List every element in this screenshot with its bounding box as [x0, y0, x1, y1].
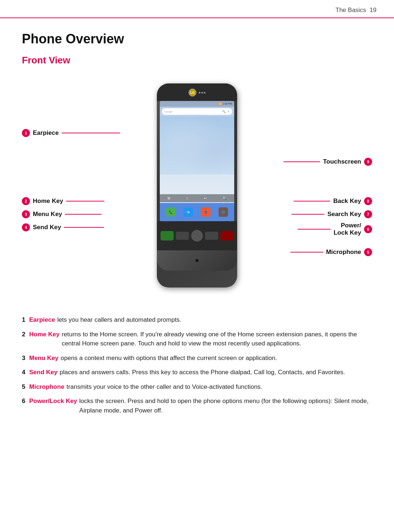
bullet-4: 4: [22, 223, 30, 231]
desc-text-3: opens a context menu with options that a…: [61, 353, 372, 363]
powerkey-label: Power/Lock Key: [333, 222, 361, 236]
desc-text-6: locks the screen. Press and hold to open…: [79, 396, 372, 415]
desc-num-1: 1: [22, 315, 28, 325]
desc-text-5: transmits your voice to the other caller…: [66, 382, 372, 392]
desc-num-2: 2: [22, 330, 28, 348]
phone-btn-call[interactable]: [161, 231, 174, 240]
phone-body: LG 📶 1:00 PM: [157, 83, 237, 287]
homekey-label: Home Key: [33, 197, 63, 205]
phone-image: LG 📶 1:00 PM: [157, 83, 237, 295]
sendkey-label: Send Key: [33, 224, 61, 231]
label-homekey: 2 Home Key: [22, 197, 104, 205]
line-6: [298, 229, 331, 230]
desc-key-3: Menu Key: [29, 353, 58, 363]
desc-num-3: 3: [22, 353, 28, 363]
phone-top-bar: LG: [157, 83, 237, 101]
line-7: [291, 214, 324, 215]
line-1: [62, 133, 120, 133]
bullet-1: 1: [22, 129, 30, 137]
desc-key-2: Home Key: [29, 330, 59, 348]
desc-num-4: 4: [22, 368, 28, 377]
desc-item-6: 6 Power/Lock Key locks the screen. Press…: [22, 396, 372, 415]
desc-key-1: Earpiece: [29, 315, 55, 325]
lg-logo: LG: [189, 89, 197, 97]
label-menukey: 3 Menu Key: [22, 210, 101, 218]
desc-item-4: 4 Send Key places and answers calls. Pre…: [22, 368, 372, 377]
header-text: The Basics 19: [336, 7, 376, 14]
desc-text-4: places and answers calls. Press this key…: [59, 368, 372, 377]
label-searchkey: 7 Search Key: [291, 210, 372, 218]
line-2: [66, 201, 104, 202]
line-9: [283, 161, 320, 162]
microphone-label: Microphone: [326, 249, 361, 256]
desc-text-1: lets you hear callers and automated prom…: [57, 315, 372, 325]
bullet-3: 3: [22, 210, 30, 218]
screen-nav-bar: ⊞ ⌂ ↩ 🔍: [160, 194, 234, 202]
desc-key-6: Power/Lock Key: [29, 396, 77, 415]
phone-bottom-bar: [157, 250, 237, 271]
backkey-label: Back Key: [333, 197, 361, 205]
descriptions: 1 Earpiece lets you hear callers and aut…: [22, 315, 372, 415]
screen-wallpaper: 💬 M 📷 🖼 MessageGmailCameraGallery: [160, 116, 234, 175]
section-title: Front View: [22, 55, 372, 66]
bullet-6: 6: [364, 225, 372, 233]
dock-contacts: 👤: [201, 207, 210, 217]
dock-browser: 🌐: [219, 207, 228, 217]
phone-logo: LG: [189, 89, 206, 97]
page-content: Phone Overview Front View 1 Earpiece 2 H…: [0, 18, 394, 435]
line-3: [65, 214, 101, 215]
bullet-2: 2: [22, 197, 30, 205]
desc-key-4: Send Key: [29, 368, 57, 377]
screen-dock: 📞 🛍 👤 🌐: [160, 203, 234, 221]
bullet-5: 5: [364, 248, 372, 256]
desc-item-3: 3 Menu Key opens a context menu with opt…: [22, 353, 372, 363]
searchkey-label: Search Key: [327, 211, 361, 218]
desc-item-5: 5 Microphone transmits your voice to the…: [22, 382, 372, 392]
screen-status-bar: 📶 1:00 PM: [160, 101, 234, 107]
menukey-label: Menu Key: [33, 211, 62, 218]
earpiece-label: Earpiece: [33, 129, 59, 137]
header-section: The Basics: [336, 7, 366, 13]
phone-screen: 📶 1:00 PM Google 🔍 🎙 💬: [160, 101, 234, 221]
logo-dot-2: [201, 92, 203, 94]
page-title: Phone Overview: [22, 31, 372, 47]
label-backkey: 8 Back Key: [294, 197, 372, 205]
phone-btn-right[interactable]: [205, 232, 218, 240]
label-touchscreen: 9 Touchscreen: [283, 158, 372, 166]
desc-item-1: 1 Earpiece lets you hear callers and aut…: [22, 315, 372, 325]
dock-phone: 📞: [166, 207, 175, 217]
logo-dot-1: [199, 92, 201, 94]
desc-num-6: 6: [22, 396, 28, 415]
desc-item-2: 2 Home Key returns to the Home screen. I…: [22, 330, 372, 348]
phone-mic: [196, 259, 198, 262]
line-5: [290, 252, 323, 253]
line-8: [294, 201, 330, 202]
label-sendkey: 4 Send Key: [22, 223, 104, 231]
logo-dot-3: [204, 92, 206, 94]
desc-key-5: Microphone: [29, 382, 64, 392]
touchscreen-label: Touchscreen: [323, 158, 361, 165]
phone-screen-outer: 📶 1:00 PM Google 🔍 🎙 💬: [160, 101, 234, 221]
line-4: [64, 227, 104, 228]
logo-dots: [199, 92, 206, 94]
desc-num-5: 5: [22, 382, 28, 392]
label-microphone: 5 Microphone: [290, 248, 372, 256]
header-page-num: 19: [370, 7, 376, 13]
bullet-9: 9: [364, 158, 372, 166]
bullet-7: 7: [364, 210, 372, 218]
dock-market: 🛍: [184, 207, 193, 217]
page-header: The Basics 19: [0, 0, 394, 18]
screen-search-bar: Google 🔍 🎙: [162, 108, 232, 115]
bullet-8: 8: [364, 197, 372, 205]
phone-btn-left[interactable]: [176, 232, 189, 240]
label-earpiece: 1 Earpiece: [22, 129, 120, 137]
diagram-area: 1 Earpiece 2 Home Key 3 Menu Key 4 Send …: [22, 76, 372, 302]
phone-btn-end[interactable]: [220, 231, 233, 240]
phone-button-area: [157, 221, 237, 250]
desc-text-2: returns to the Home screen. If you're al…: [62, 330, 372, 348]
phone-btn-center[interactable]: [191, 230, 203, 242]
label-powerkey: 6 Power/Lock Key: [298, 222, 372, 236]
